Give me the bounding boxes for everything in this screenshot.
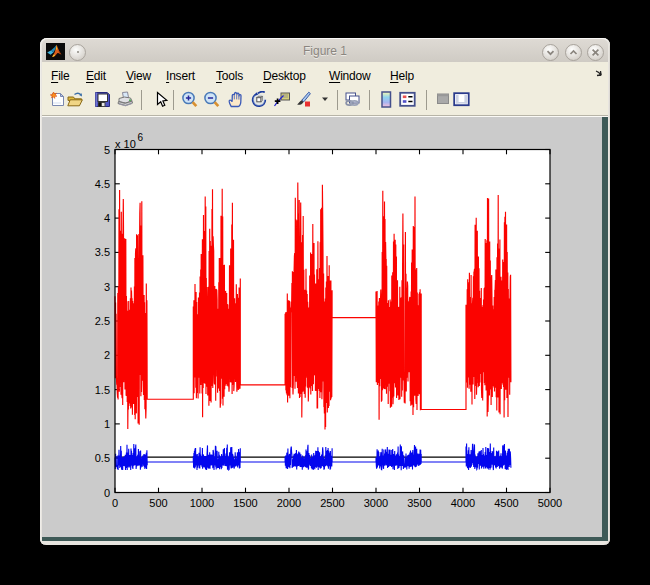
svg-text:1500: 1500 xyxy=(233,497,257,509)
svg-text:3000: 3000 xyxy=(364,497,388,509)
svg-text:2: 2 xyxy=(104,349,110,361)
svg-text:0.5: 0.5 xyxy=(95,452,110,464)
svg-text:4: 4 xyxy=(104,212,110,224)
svg-text:2.5: 2.5 xyxy=(95,315,110,327)
svg-text:4000: 4000 xyxy=(451,497,475,509)
svg-text:1000: 1000 xyxy=(190,497,214,509)
svg-text:2500: 2500 xyxy=(320,497,344,509)
svg-text:x 10: x 10 xyxy=(115,138,136,150)
svg-text:0: 0 xyxy=(112,497,118,509)
svg-text:0: 0 xyxy=(104,487,110,499)
svg-text:5: 5 xyxy=(104,144,110,156)
svg-text:500: 500 xyxy=(149,497,167,509)
svg-text:3.5: 3.5 xyxy=(95,246,110,258)
svg-text:4500: 4500 xyxy=(494,497,518,509)
svg-text:3: 3 xyxy=(104,281,110,293)
svg-text:3500: 3500 xyxy=(407,497,431,509)
svg-text:2000: 2000 xyxy=(277,497,301,509)
svg-text:1: 1 xyxy=(104,418,110,430)
svg-text:4.5: 4.5 xyxy=(95,178,110,190)
svg-text:5000: 5000 xyxy=(538,497,562,509)
svg-text:1.5: 1.5 xyxy=(95,384,110,396)
svg-text:6: 6 xyxy=(138,132,144,143)
